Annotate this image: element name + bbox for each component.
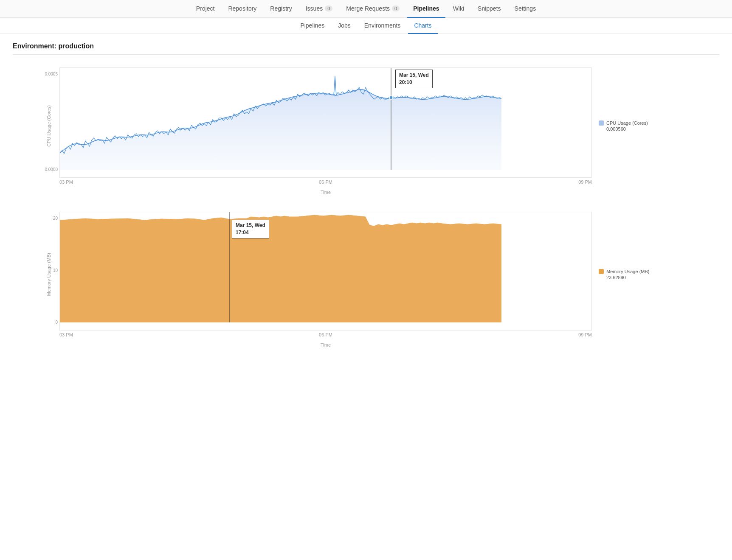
mem-y-tick-bottom: 0 bbox=[39, 320, 58, 325]
memory-chart-container: Memory Usage (MB) 20 10 0 bbox=[38, 212, 651, 347]
cpu-crosshair-dot bbox=[389, 96, 393, 99]
mem-y-tick-top: 20 bbox=[39, 216, 58, 221]
subnav-pipelines[interactable]: Pipelines bbox=[294, 18, 330, 34]
cpu-x-tick-3: 09 PM bbox=[578, 179, 592, 185]
mem-x-tick-2: 06 PM bbox=[319, 332, 332, 337]
cpu-x-tick-2: 06 PM bbox=[319, 179, 332, 185]
cpu-tooltip-line1: Mar 15, Wed bbox=[399, 72, 429, 79]
nav-merge-requests[interactable]: Merge Requests 0 bbox=[340, 0, 405, 18]
top-navigation: Project Repository Registry Issues 0 Mer… bbox=[0, 0, 732, 18]
mem-legend: Memory Usage (MB) 23.62890 bbox=[592, 212, 651, 337]
cpu-spike bbox=[334, 76, 336, 95]
cpu-legend-label: CPU Usage (Cores) bbox=[606, 120, 648, 126]
issues-badge: 0 bbox=[325, 6, 332, 11]
mem-y-tick-mid: 10 bbox=[39, 268, 58, 273]
sub-navigation: Pipelines Jobs Environments Charts bbox=[0, 18, 732, 34]
mem-tooltip-line1: Mar 15, Wed bbox=[236, 222, 265, 229]
mem-legend-color bbox=[599, 269, 604, 274]
mem-x-tick-3: 09 PM bbox=[578, 332, 592, 337]
nav-snippets[interactable]: Snippets bbox=[472, 0, 507, 18]
subnav-charts[interactable]: Charts bbox=[408, 18, 437, 34]
mem-tooltip: Mar 15, Wed 17:04 bbox=[232, 220, 269, 238]
mem-chart-box[interactable]: Mar 15, Wed 17:04 bbox=[59, 212, 592, 330]
mem-legend-value: 23.62890 bbox=[606, 274, 649, 280]
mem-area-fill bbox=[60, 215, 501, 322]
cpu-y-tick-bottom: 0.0000 bbox=[39, 167, 58, 172]
mem-y-ticks: 20 10 0 bbox=[39, 216, 58, 325]
subnav-environments[interactable]: Environments bbox=[358, 18, 407, 34]
nav-repository[interactable]: Repository bbox=[222, 0, 262, 18]
mem-legend-label: Memory Usage (MB) bbox=[606, 269, 649, 274]
cpu-legend-color bbox=[599, 120, 604, 126]
cpu-x-label: Time bbox=[59, 190, 592, 195]
cpu-y-tick-top: 0.0005 bbox=[39, 72, 58, 76]
nav-project[interactable]: Project bbox=[190, 0, 221, 18]
merge-requests-badge: 0 bbox=[392, 6, 400, 11]
nav-issues[interactable]: Issues 0 bbox=[300, 0, 339, 18]
nav-wiki[interactable]: Wiki bbox=[447, 0, 470, 18]
mem-x-tick-1: 03 PM bbox=[59, 332, 73, 337]
cpu-y-ticks: 0.0005 0.0000 bbox=[39, 72, 58, 172]
mem-x-ticks: 03 PM 06 PM 09 PM bbox=[59, 330, 592, 337]
nav-settings[interactable]: Settings bbox=[509, 0, 542, 18]
cpu-x-ticks: 03 PM 06 PM 09 PM bbox=[59, 178, 592, 185]
subnav-jobs[interactable]: Jobs bbox=[332, 18, 357, 34]
cpu-chart-container: CPU Usage (Cores) 0.0005 0.0000 bbox=[38, 67, 651, 195]
cpu-legend: CPU Usage (Cores) 0.000560 bbox=[592, 67, 651, 185]
cpu-tooltip: Mar 15, Wed 20:10 bbox=[395, 70, 433, 88]
cpu-tooltip-line2: 20:10 bbox=[399, 79, 429, 86]
cpu-x-tick-1: 03 PM bbox=[59, 179, 73, 185]
environment-title: Environment: production bbox=[13, 42, 719, 55]
mem-x-label: Time bbox=[59, 342, 592, 347]
cpu-chart-box[interactable]: Mar 15, Wed 20:10 bbox=[59, 67, 592, 178]
nav-pipelines[interactable]: Pipelines bbox=[407, 0, 445, 18]
mem-tooltip-line2: 17:04 bbox=[236, 229, 265, 236]
page-content: Environment: production CPU Usage (Cores… bbox=[0, 34, 732, 356]
cpu-legend-value: 0.000560 bbox=[606, 126, 648, 132]
nav-registry[interactable]: Registry bbox=[264, 0, 298, 18]
